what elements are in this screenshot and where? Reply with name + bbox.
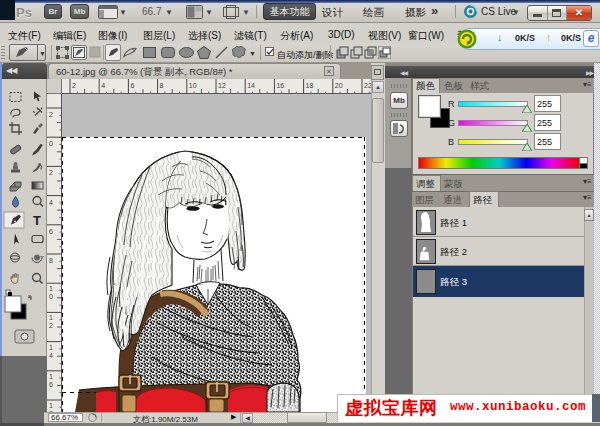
svg-text:4: 4: [49, 199, 53, 206]
svg-text:4: 4: [101, 82, 105, 89]
svg-text:1: 1: [49, 285, 53, 292]
svg-text:6: 6: [49, 381, 53, 388]
svg-text:10: 10: [189, 82, 197, 89]
svg-text:8: 8: [49, 257, 53, 264]
svg-text:2: 2: [72, 82, 76, 89]
svg-text:22: 22: [364, 82, 371, 89]
svg-text:8: 8: [160, 82, 164, 89]
svg-text:1: 1: [49, 402, 53, 409]
svg-text:16: 16: [276, 82, 284, 89]
svg-text:0: 0: [49, 140, 53, 147]
svg-text:14: 14: [247, 82, 255, 89]
svg-text:12: 12: [218, 82, 226, 89]
svg-text:4: 4: [49, 352, 53, 359]
svg-text:0: 0: [49, 293, 53, 300]
svg-text:1: 1: [49, 373, 53, 380]
svg-text:6: 6: [130, 82, 134, 89]
svg-text:2: 2: [49, 169, 53, 176]
svg-text:1: 1: [49, 314, 53, 321]
svg-text:20: 20: [335, 82, 343, 89]
svg-text:6: 6: [49, 228, 53, 235]
svg-text:18: 18: [306, 82, 314, 89]
svg-text:2: 2: [49, 322, 53, 329]
svg-text:2: 2: [49, 111, 53, 118]
svg-text:T: T: [33, 213, 41, 228]
svg-text:1: 1: [49, 344, 53, 351]
